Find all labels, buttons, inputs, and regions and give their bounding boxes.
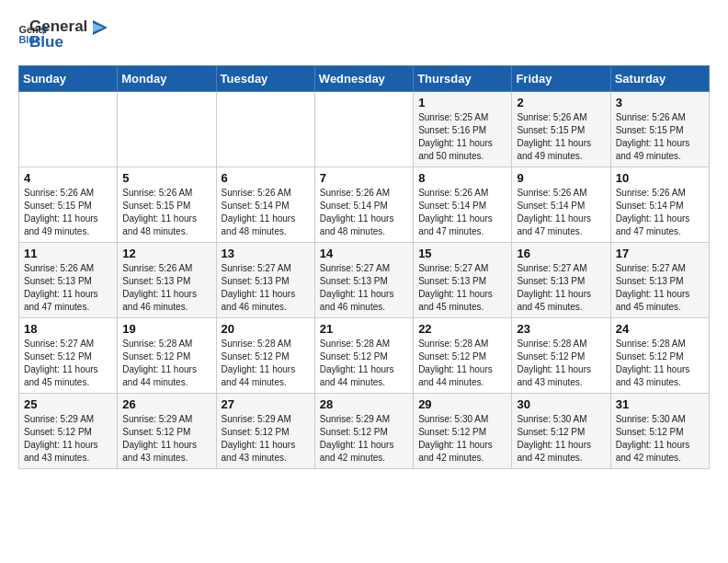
calendar-cell: 19Sunrise: 5:28 AMSunset: 5:12 PMDayligh…	[118, 318, 216, 394]
day-info: Sunrise: 5:29 AMSunset: 5:12 PMDaylight:…	[320, 413, 408, 465]
day-info: Sunrise: 5:27 AMSunset: 5:13 PMDaylight:…	[517, 262, 605, 314]
calendar-week-row: 1Sunrise: 5:25 AMSunset: 5:16 PMDaylight…	[19, 92, 710, 167]
day-number: 31	[616, 397, 704, 411]
day-number: 16	[517, 247, 605, 260]
calendar-cell: 16Sunrise: 5:27 AMSunset: 5:13 PMDayligh…	[512, 243, 610, 318]
day-number: 14	[320, 247, 408, 260]
day-info: Sunrise: 5:26 AMSunset: 5:14 PMDaylight:…	[418, 187, 506, 238]
day-number: 27	[222, 397, 310, 411]
calendar-cell: 3Sunrise: 5:26 AMSunset: 5:15 PMDaylight…	[610, 92, 709, 167]
calendar-cell: 28Sunrise: 5:29 AMSunset: 5:12 PMDayligh…	[314, 394, 413, 469]
calendar-cell: 26Sunrise: 5:29 AMSunset: 5:12 PMDayligh…	[118, 394, 216, 469]
day-info: Sunrise: 5:26 AMSunset: 5:14 PMDaylight:…	[616, 187, 704, 238]
day-info: Sunrise: 5:29 AMSunset: 5:12 PMDaylight:…	[24, 413, 112, 465]
calendar-cell: 18Sunrise: 5:27 AMSunset: 5:12 PMDayligh…	[19, 318, 118, 394]
day-number: 18	[24, 322, 112, 336]
day-number: 4	[24, 171, 112, 185]
day-number: 11	[24, 247, 112, 260]
day-info: Sunrise: 5:27 AMSunset: 5:13 PMDaylight:…	[418, 262, 506, 314]
day-info: Sunrise: 5:26 AMSunset: 5:15 PMDaylight:…	[122, 187, 210, 238]
calendar-cell: 2Sunrise: 5:26 AMSunset: 5:15 PMDaylight…	[512, 92, 610, 167]
day-number: 24	[616, 322, 704, 336]
weekday-header-saturday: Saturday	[610, 66, 709, 92]
day-info: Sunrise: 5:28 AMSunset: 5:12 PMDaylight:…	[320, 338, 408, 389]
logo-blue-text: Blue	[29, 34, 109, 52]
day-number: 21	[320, 322, 408, 336]
day-info: Sunrise: 5:26 AMSunset: 5:14 PMDaylight:…	[320, 187, 408, 238]
calendar-cell: 10Sunrise: 5:26 AMSunset: 5:14 PMDayligh…	[610, 167, 709, 243]
calendar-week-row: 18Sunrise: 5:27 AMSunset: 5:12 PMDayligh…	[19, 318, 710, 394]
day-number: 12	[122, 247, 210, 260]
calendar-cell: 4Sunrise: 5:26 AMSunset: 5:15 PMDaylight…	[19, 167, 118, 243]
calendar-cell: 7Sunrise: 5:26 AMSunset: 5:14 PMDaylight…	[314, 167, 413, 243]
day-info: Sunrise: 5:28 AMSunset: 5:12 PMDaylight:…	[616, 338, 704, 389]
day-info: Sunrise: 5:26 AMSunset: 5:14 PMDaylight:…	[517, 187, 605, 238]
day-info: Sunrise: 5:27 AMSunset: 5:13 PMDaylight:…	[320, 262, 408, 314]
day-number: 1	[418, 96, 506, 109]
calendar-cell: 6Sunrise: 5:26 AMSunset: 5:14 PMDaylight…	[216, 167, 314, 243]
day-info: Sunrise: 5:25 AMSunset: 5:16 PMDaylight:…	[418, 111, 506, 163]
calendar-cell: 17Sunrise: 5:27 AMSunset: 5:13 PMDayligh…	[610, 243, 709, 318]
day-info: Sunrise: 5:26 AMSunset: 5:15 PMDaylight:…	[517, 111, 605, 163]
day-number: 9	[517, 171, 605, 185]
calendar-cell: 1Sunrise: 5:25 AMSunset: 5:16 PMDaylight…	[414, 92, 512, 167]
calendar-cell	[118, 92, 216, 167]
weekday-header-sunday: Sunday	[19, 66, 118, 92]
day-info: Sunrise: 5:27 AMSunset: 5:12 PMDaylight:…	[24, 338, 112, 389]
day-info: Sunrise: 5:28 AMSunset: 5:12 PMDaylight:…	[517, 338, 605, 389]
calendar-week-row: 11Sunrise: 5:26 AMSunset: 5:13 PMDayligh…	[19, 243, 710, 318]
day-number: 17	[616, 247, 704, 260]
weekday-header-wednesday: Wednesday	[314, 66, 413, 92]
day-info: Sunrise: 5:30 AMSunset: 5:12 PMDaylight:…	[616, 413, 704, 465]
day-info: Sunrise: 5:27 AMSunset: 5:13 PMDaylight:…	[616, 262, 704, 314]
day-number: 23	[517, 322, 605, 336]
day-info: Sunrise: 5:28 AMSunset: 5:12 PMDaylight:…	[418, 338, 506, 389]
day-info: Sunrise: 5:27 AMSunset: 5:13 PMDaylight:…	[222, 262, 310, 314]
day-info: Sunrise: 5:26 AMSunset: 5:13 PMDaylight:…	[24, 262, 112, 314]
day-number: 29	[418, 397, 506, 411]
day-number: 15	[418, 247, 506, 260]
day-number: 25	[24, 397, 112, 411]
day-info: Sunrise: 5:26 AMSunset: 5:14 PMDaylight:…	[222, 187, 310, 238]
day-number: 7	[320, 171, 408, 185]
day-info: Sunrise: 5:28 AMSunset: 5:12 PMDaylight:…	[122, 338, 210, 389]
day-info: Sunrise: 5:30 AMSunset: 5:12 PMDaylight:…	[517, 413, 605, 465]
weekday-header-monday: Monday	[118, 66, 216, 92]
calendar-cell: 9Sunrise: 5:26 AMSunset: 5:14 PMDaylight…	[512, 167, 610, 243]
calendar-cell: 27Sunrise: 5:29 AMSunset: 5:12 PMDayligh…	[216, 394, 314, 469]
day-info: Sunrise: 5:29 AMSunset: 5:12 PMDaylight:…	[122, 413, 210, 465]
day-number: 10	[616, 171, 704, 185]
day-info: Sunrise: 5:26 AMSunset: 5:13 PMDaylight:…	[122, 262, 210, 314]
weekday-header-friday: Friday	[512, 66, 610, 92]
weekday-header-thursday: Thursday	[414, 66, 512, 92]
calendar-cell: 5Sunrise: 5:26 AMSunset: 5:15 PMDaylight…	[118, 167, 216, 243]
calendar-cell: 31Sunrise: 5:30 AMSunset: 5:12 PMDayligh…	[610, 394, 709, 469]
calendar-cell: 29Sunrise: 5:30 AMSunset: 5:12 PMDayligh…	[414, 394, 512, 469]
day-info: Sunrise: 5:29 AMSunset: 5:12 PMDaylight:…	[222, 413, 310, 465]
calendar-cell: 8Sunrise: 5:26 AMSunset: 5:14 PMDaylight…	[414, 167, 512, 243]
calendar-cell: 24Sunrise: 5:28 AMSunset: 5:12 PMDayligh…	[610, 318, 709, 394]
day-number: 8	[418, 171, 506, 185]
calendar-cell	[216, 92, 314, 167]
day-number: 26	[122, 397, 210, 411]
day-number: 13	[222, 247, 310, 260]
calendar-cell	[19, 92, 118, 167]
calendar-cell: 21Sunrise: 5:28 AMSunset: 5:12 PMDayligh…	[314, 318, 413, 394]
calendar-cell: 23Sunrise: 5:28 AMSunset: 5:12 PMDayligh…	[512, 318, 610, 394]
day-number: 30	[517, 397, 605, 411]
day-info: Sunrise: 5:26 AMSunset: 5:15 PMDaylight:…	[24, 187, 112, 238]
day-info: Sunrise: 5:28 AMSunset: 5:12 PMDaylight:…	[222, 338, 310, 389]
day-number: 19	[122, 322, 210, 336]
calendar-cell: 20Sunrise: 5:28 AMSunset: 5:12 PMDayligh…	[216, 318, 314, 394]
calendar-week-row: 4Sunrise: 5:26 AMSunset: 5:15 PMDaylight…	[19, 167, 710, 243]
calendar-cell: 15Sunrise: 5:27 AMSunset: 5:13 PMDayligh…	[414, 243, 512, 318]
day-number: 2	[517, 96, 605, 109]
day-number: 20	[222, 322, 310, 336]
calendar-cell: 22Sunrise: 5:28 AMSunset: 5:12 PMDayligh…	[414, 318, 512, 394]
day-number: 22	[418, 322, 506, 336]
page-header: General Blue General Blue	[18, 18, 710, 51]
day-number: 6	[222, 171, 310, 185]
day-number: 28	[320, 397, 408, 411]
calendar-cell: 30Sunrise: 5:30 AMSunset: 5:12 PMDayligh…	[512, 394, 610, 469]
weekday-header-tuesday: Tuesday	[216, 66, 314, 92]
